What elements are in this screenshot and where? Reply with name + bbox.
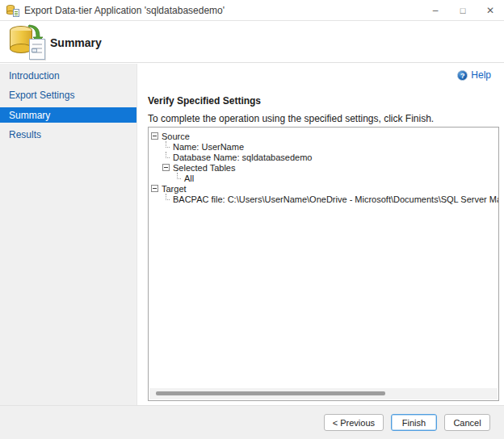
wizard-header: Summary bbox=[0, 22, 504, 63]
maximize-button[interactable]: □ bbox=[449, 0, 477, 21]
previous-button[interactable]: < Previous bbox=[324, 414, 384, 431]
horizontal-scrollbar[interactable] bbox=[149, 388, 498, 399]
tree-connector-icon bbox=[174, 174, 181, 182]
tree-node-label: Selected Tables bbox=[173, 163, 235, 173]
sidebar-item-summary[interactable]: Summary bbox=[0, 107, 136, 123]
title-bar[interactable]: Export Data-tier Application 'sqldatabas… bbox=[0, 0, 504, 21]
collapse-icon[interactable] bbox=[162, 164, 170, 171]
page-title: Summary bbox=[50, 36, 102, 49]
verify-settings-heading: Verify Specified Settings bbox=[148, 95, 261, 107]
minimize-button[interactable]: – bbox=[422, 0, 449, 21]
window-title: Export Data-tier Application 'sqldatabas… bbox=[24, 5, 225, 16]
collapse-icon[interactable] bbox=[151, 132, 158, 140]
tree-node-all[interactable]: All bbox=[151, 173, 498, 183]
sidebar-item-results[interactable]: Results bbox=[0, 125, 136, 144]
help-question-icon: ? bbox=[457, 70, 468, 81]
finish-button[interactable]: Finish bbox=[391, 414, 437, 431]
sidebar-item-export-settings[interactable]: Export Settings bbox=[0, 86, 136, 105]
wizard-steps-sidebar: Introduction Export Settings Summary Res… bbox=[0, 64, 137, 405]
verify-settings-description: To complete the operation using the spec… bbox=[148, 113, 434, 124]
tree-node-label: Source bbox=[162, 132, 190, 141]
tree-connector-icon bbox=[162, 143, 170, 151]
tree-node-label: BACPAC file: C:\Users\UserName\OneDrive … bbox=[173, 194, 499, 204]
tree-connector-icon bbox=[162, 153, 170, 161]
help-link[interactable]: ? Help bbox=[457, 69, 491, 81]
export-database-icon bbox=[10, 24, 48, 61]
document-icon bbox=[29, 39, 45, 60]
settings-tree: Source Name: UserName Database Name: sql… bbox=[149, 128, 498, 204]
tree-node-label: All bbox=[184, 174, 194, 183]
app-database-export-icon bbox=[6, 4, 19, 17]
help-label: Help bbox=[471, 69, 491, 81]
tree-node-target[interactable]: Target bbox=[151, 183, 498, 194]
cancel-button[interactable]: Cancel bbox=[444, 414, 490, 431]
scrollbar-thumb[interactable] bbox=[156, 391, 385, 395]
tree-node-name[interactable]: Name: UserName bbox=[151, 141, 498, 152]
tree-node-database-name[interactable]: Database Name: sqldatabasedemo bbox=[151, 152, 498, 162]
tree-node-source[interactable]: Source bbox=[151, 131, 498, 141]
sidebar-item-introduction[interactable]: Introduction bbox=[0, 66, 136, 86]
wizard-footer: < Previous Finish Cancel bbox=[0, 405, 504, 439]
tree-node-label: Name: UserName bbox=[173, 142, 244, 152]
export-data-tier-wizard-window: Export Data-tier Application 'sqldatabas… bbox=[0, 0, 504, 439]
tree-node-selected-tables[interactable]: Selected Tables bbox=[151, 162, 498, 173]
tree-node-bacpac-file[interactable]: BACPAC file: C:\Users\UserName\OneDrive … bbox=[151, 194, 498, 204]
tree-connector-icon bbox=[162, 195, 170, 203]
collapse-icon[interactable] bbox=[151, 185, 158, 192]
summary-page-content: ? Help Verify Specified Settings To comp… bbox=[138, 64, 504, 405]
settings-summary-panel: Source Name: UserName Database Name: sql… bbox=[148, 127, 499, 401]
tree-node-label: Database Name: sqldatabasedemo bbox=[173, 153, 312, 162]
close-button[interactable]: ✕ bbox=[477, 0, 504, 21]
tree-node-label: Target bbox=[162, 184, 187, 194]
